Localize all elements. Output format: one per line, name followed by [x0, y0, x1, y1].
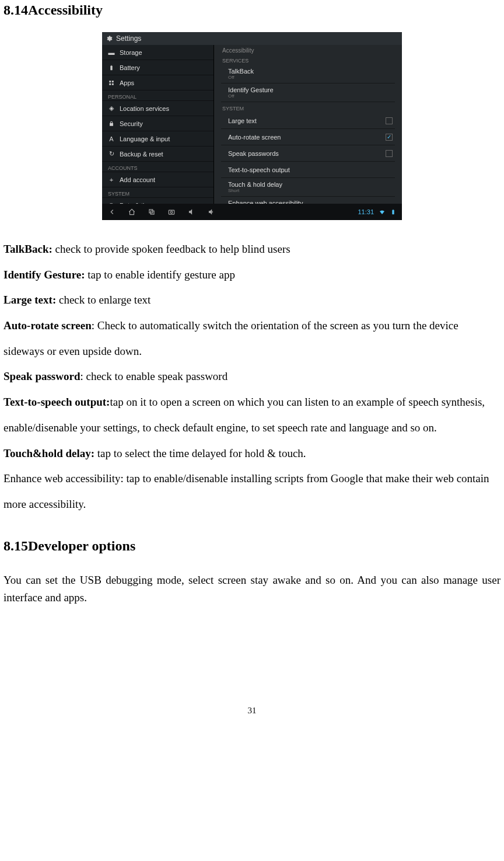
setting-label: Speak passwords [228, 150, 279, 157]
setting-label: Large text [228, 117, 257, 124]
language-icon: A [108, 135, 115, 142]
system-large-text[interactable]: Large text [221, 113, 395, 129]
sidebar-section-accounts: ACCOUNTS [102, 162, 214, 172]
svg-rect-1 [112, 81, 114, 82]
gear-icon [106, 35, 113, 42]
sidebar-item-label: Backup & reset [120, 151, 163, 158]
sidebar-item-apps[interactable]: Apps [102, 75, 214, 90]
sidebar-section-personal: PERSONAL [102, 90, 214, 101]
app-header: Settings [102, 32, 402, 45]
sidebar-item-label: Storage [120, 49, 142, 56]
sidebar-item-backup[interactable]: ↻Backup & reset [102, 147, 214, 162]
system-enhance-web[interactable]: Enhance web accessibilityNot allowed [221, 197, 395, 204]
volume-up-icon[interactable] [207, 208, 215, 216]
battery-status-icon [390, 208, 396, 215]
apps-icon [108, 79, 115, 86]
system-auto-rotate[interactable]: Auto-rotate screen [221, 129, 395, 145]
app-title: Settings [116, 34, 141, 43]
location-icon: ◈ [108, 105, 115, 112]
service-talkback[interactable]: TalkBackOff [221, 65, 395, 83]
setting-label: TalkBack [228, 68, 254, 75]
sidebar-item-label: Security [120, 120, 143, 127]
sidebar-item-add-account[interactable]: +Add account [102, 172, 214, 187]
svg-point-7 [170, 211, 173, 214]
volume-down-icon[interactable] [187, 208, 195, 216]
settings-sidebar: ▬Storage Battery Apps PERSONAL ◈Location… [102, 45, 214, 204]
sidebar-section-system: SYSTEM [102, 187, 214, 198]
section-heading-815: 8.15Developer options [4, 538, 501, 554]
def-tts: Text-to-speech output:tap on it to open … [4, 389, 501, 440]
back-icon[interactable] [108, 208, 116, 216]
sidebar-item-label: Add account [120, 176, 155, 183]
wifi-icon [379, 208, 386, 215]
sidebar-item-battery[interactable]: Battery [102, 60, 214, 75]
sidebar-item-label: Apps [120, 79, 134, 86]
plus-icon: + [108, 176, 115, 183]
sidebar-item-datetime[interactable]: ◷Date & time [102, 198, 214, 204]
sidebar-item-language[interactable]: ALanguage & input [102, 131, 214, 147]
home-icon[interactable] [128, 208, 136, 216]
definitions-block: TalkBack: check to provide spoken feedba… [4, 236, 501, 517]
sidebar-item-storage[interactable]: ▬Storage [102, 45, 214, 60]
android-settings-screenshot: Settings ▬Storage Battery Apps PERSONAL … [102, 32, 402, 220]
screenshot-container: Settings ▬Storage Battery Apps PERSONAL … [4, 32, 501, 220]
svg-rect-0 [109, 81, 111, 82]
def-talkback: TalkBack: check to provide spoken feedba… [4, 236, 501, 262]
detail-section-services: SERVICES [221, 54, 395, 65]
svg-rect-3 [112, 83, 114, 85]
def-enhance-web: Enhance web accessibility: tap to enable… [4, 466, 501, 517]
svg-rect-2 [109, 83, 111, 85]
detail-section-system: SYSTEM [221, 102, 395, 113]
def-speak-password: Speak password: check to enable speak pa… [4, 364, 501, 389]
checkbox-icon[interactable] [386, 117, 393, 124]
sidebar-item-security[interactable]: Security [102, 116, 214, 131]
setting-label: Enhance web accessibility [228, 200, 303, 204]
def-identify-gesture: Identify Gesture: tap to enable identify… [4, 262, 501, 288]
setting-label: Text-to-speech output [228, 166, 290, 173]
section-815-body: You can set the USB debugging mode, sele… [4, 571, 501, 607]
setting-label: Identify Gesture [228, 86, 274, 93]
lock-icon [108, 120, 115, 127]
system-tts[interactable]: Text-to-speech output [221, 162, 395, 178]
page-number: 31 [4, 706, 501, 716]
setting-sublabel: Off [228, 93, 274, 99]
sidebar-item-label: Location services [120, 105, 169, 112]
def-auto-rotate: Auto-rotate screen: Check to automatical… [4, 313, 501, 364]
android-navbar: 11:31 [102, 204, 402, 220]
setting-label: Touch & hold delay [228, 181, 282, 188]
section-heading-814: 8.14Accessibility [4, 2, 501, 18]
system-touch-hold[interactable]: Touch & hold delayShort [221, 178, 395, 197]
storage-icon: ▬ [108, 49, 115, 56]
def-touch-hold: Touch&hold delay: tap to select the time… [4, 441, 501, 466]
def-large-text: Large text: check to enlarge text [4, 287, 501, 313]
recent-apps-icon[interactable] [148, 208, 156, 216]
setting-sublabel: Off [228, 75, 254, 80]
backup-icon: ↻ [108, 151, 115, 158]
svg-rect-6 [169, 210, 174, 214]
setting-label: Auto-rotate screen [228, 134, 281, 141]
checkbox-icon[interactable] [386, 150, 393, 157]
checkbox-checked-icon[interactable] [386, 134, 393, 141]
battery-icon [108, 64, 115, 71]
sidebar-item-label: Battery [120, 64, 140, 71]
sidebar-item-location[interactable]: ◈Location services [102, 101, 214, 116]
detail-breadcrumb: Accessibility [221, 45, 395, 54]
settings-detail-pane: Accessibility SERVICES TalkBackOff Ident… [214, 45, 402, 204]
screenshot-icon[interactable] [167, 208, 176, 216]
service-identify-gesture[interactable]: Identify GestureOff [221, 83, 395, 102]
status-time: 11:31 [358, 208, 374, 215]
system-speak-passwords[interactable]: Speak passwords [221, 145, 395, 162]
setting-sublabel: Short [228, 188, 282, 193]
sidebar-item-label: Language & input [120, 135, 170, 142]
